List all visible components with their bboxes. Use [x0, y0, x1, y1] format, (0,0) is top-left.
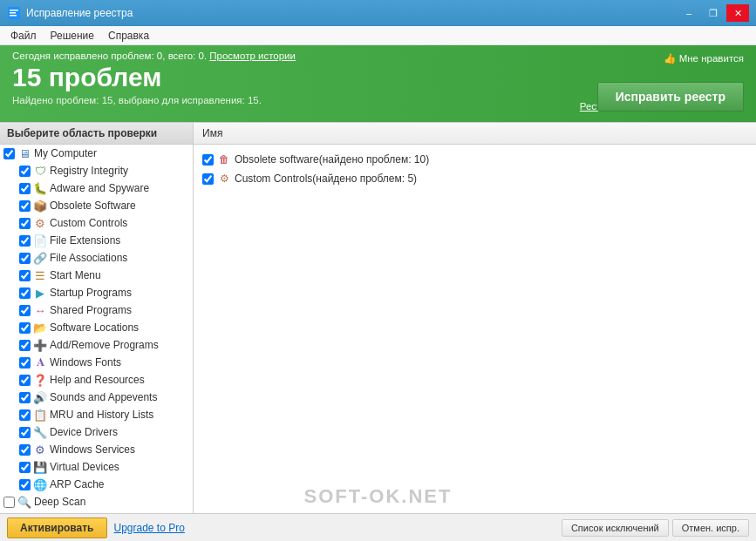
tree-item[interactable]: ➕Add/Remove Programs: [0, 336, 193, 354]
tree-label: Sounds and Appevents: [50, 391, 191, 403]
result-checkbox[interactable]: [202, 154, 214, 166]
tree-item[interactable]: 🔗File Associations: [0, 249, 193, 267]
tree-item[interactable]: 📄File Extensions: [0, 232, 193, 249]
svg-rect-1: [10, 10, 18, 11]
tree-label: Device Drivers: [50, 426, 191, 438]
tree-item[interactable]: ⚙Custom Controls: [0, 214, 193, 232]
tree-item[interactable]: 🛡Registry Integrity: [0, 162, 193, 179]
titlebar: Исправление реестра – ❐ ✕: [0, 0, 756, 26]
tree-checkbox[interactable]: [19, 357, 31, 369]
tree-label: Shared Programs: [50, 304, 191, 316]
tree-item[interactable]: 🖥My Computer: [0, 145, 193, 162]
menubar: Файл Решение Справка: [0, 26, 756, 45]
tree-icon: ↔: [33, 303, 47, 317]
tree-label: My Computer: [34, 147, 191, 159]
fix-registry-button[interactable]: Исправить реестр: [597, 82, 744, 112]
result-checkbox[interactable]: [202, 173, 214, 185]
menu-help[interactable]: Справка: [101, 28, 156, 44]
tree-item[interactable]: 𝐀Windows Fonts: [0, 354, 193, 371]
tree-item[interactable]: 🔊Sounds and Appevents: [0, 389, 193, 406]
tree-checkbox[interactable]: [3, 497, 15, 508]
tree-checkbox[interactable]: [19, 200, 31, 212]
tree-checkbox[interactable]: [19, 305, 31, 316]
titlebar-title: Исправление реестра: [26, 7, 133, 19]
tree-icon: ➕: [33, 338, 47, 352]
tree-checkbox[interactable]: [3, 148, 15, 159]
tree-checkbox[interactable]: [19, 340, 31, 351]
statusbar: Активировать Upgrade to Pro Список исклю…: [0, 513, 756, 541]
left-panel-header: Выберите область проверки: [0, 123, 193, 145]
tree-checkbox[interactable]: [19, 253, 31, 264]
result-item[interactable]: 🗑Obsolete software(найдено проблем: 10): [199, 150, 751, 169]
tree-item[interactable]: ↔Shared Programs: [0, 301, 193, 319]
tree-label: Obsolete Software: [50, 199, 191, 212]
tree-label: Virtual Devices: [50, 461, 191, 473]
tree-icon: 💾: [33, 460, 47, 474]
tree-item[interactable]: 📦Obsolete Software: [0, 197, 193, 214]
tree-checkbox[interactable]: [19, 392, 31, 403]
tree-checkbox[interactable]: [19, 270, 31, 281]
tree-label: Software Locations: [50, 321, 191, 334]
result-item[interactable]: ⚙Custom Controls(найдено проблем: 5): [199, 169, 751, 188]
activate-button[interactable]: Активировать: [7, 517, 107, 538]
exclusion-button[interactable]: Список исключений: [562, 519, 669, 537]
tree-item[interactable]: 📂Software Locations: [0, 319, 193, 336]
tree-icon: 🔧: [33, 425, 47, 439]
tree-checkbox[interactable]: [19, 427, 31, 438]
tree-item[interactable]: 📋MRU and History Lists: [0, 406, 193, 423]
menu-solution[interactable]: Решение: [44, 28, 101, 44]
tree-label: Custom Controls: [50, 217, 191, 229]
tree-container[interactable]: 🖥My Computer🛡Registry Integrity🐛Adware a…: [0, 145, 193, 513]
tree-checkbox[interactable]: [19, 462, 31, 473]
tree-label: File Extensions: [50, 234, 191, 247]
menu-file[interactable]: Файл: [3, 28, 44, 44]
left-panel: Выберите область проверки 🖥My Computer🛡R…: [0, 123, 194, 513]
tree-item[interactable]: ▶Startup Programs: [0, 284, 193, 301]
tree-item[interactable]: 🐛Adware and Spyware: [0, 179, 193, 197]
tree-item[interactable]: 🌐ARP Cache: [0, 476, 193, 493]
app-icon: [7, 6, 21, 20]
tree-label: Windows Services: [50, 443, 191, 456]
main-content: Выберите область проверки 🖥My Computer🛡R…: [0, 122, 756, 513]
svg-rect-2: [10, 12, 16, 14]
tree-item[interactable]: 💾Virtual Devices: [0, 458, 193, 476]
tree-checkbox[interactable]: [19, 218, 31, 229]
tree-icon: 𝐀: [33, 355, 47, 369]
undo-button[interactable]: Отмен. испр.: [672, 519, 749, 537]
tree-checkbox[interactable]: [19, 375, 31, 386]
tree-item[interactable]: 🔧Device Drivers: [0, 423, 193, 441]
statusbar-right: Список исключений Отмен. испр.: [562, 519, 749, 537]
tree-checkbox[interactable]: [19, 479, 31, 490]
tree-checkbox[interactable]: [19, 183, 31, 194]
banner: Сегодня исправлено проблем: 0, всего: 0.…: [0, 45, 756, 122]
right-content: 🗑Obsolete software(найдено проблем: 10)⚙…: [194, 145, 756, 513]
banner-top-text: Сегодня исправлено проблем: 0, всего: 0.…: [12, 51, 744, 61]
tree-item[interactable]: ⚙Windows Services: [0, 441, 193, 458]
close-button[interactable]: ✕: [726, 4, 749, 22]
svg-rect-3: [10, 15, 17, 17]
titlebar-controls: – ❐ ✕: [678, 4, 749, 22]
tree-checkbox[interactable]: [19, 322, 31, 334]
tree-item[interactable]: ❓Help and Resources: [0, 371, 193, 389]
maximize-button[interactable]: ❐: [702, 4, 725, 22]
thumb-icon: 👍: [664, 52, 676, 64]
tree-label: Help and Resources: [50, 374, 191, 386]
tree-label: ARP Cache: [50, 478, 191, 490]
tree-checkbox[interactable]: [19, 166, 31, 177]
tree-checkbox[interactable]: [19, 444, 31, 456]
tree-icon: ☰: [33, 268, 47, 282]
history-link[interactable]: Просмотр истории: [209, 51, 296, 61]
result-icon: 🗑: [217, 152, 231, 166]
result-icon: ⚙: [217, 172, 231, 186]
tree-checkbox[interactable]: [19, 287, 31, 299]
tree-item[interactable]: ☰Start Menu: [0, 267, 193, 284]
tree-checkbox[interactable]: [19, 409, 31, 421]
tree-item[interactable]: 🔍Deep Scan: [0, 493, 193, 511]
tree-label: Windows Fonts: [50, 356, 191, 369]
upgrade-link[interactable]: Upgrade to Pro: [114, 522, 185, 534]
banner-like[interactable]: 👍 Мне нравится: [664, 52, 744, 64]
tree-checkbox[interactable]: [19, 235, 31, 247]
minimize-button[interactable]: –: [678, 4, 700, 22]
result-label: Obsolete software(найдено проблем: 10): [235, 153, 429, 166]
tree-label: File Associations: [50, 252, 191, 264]
